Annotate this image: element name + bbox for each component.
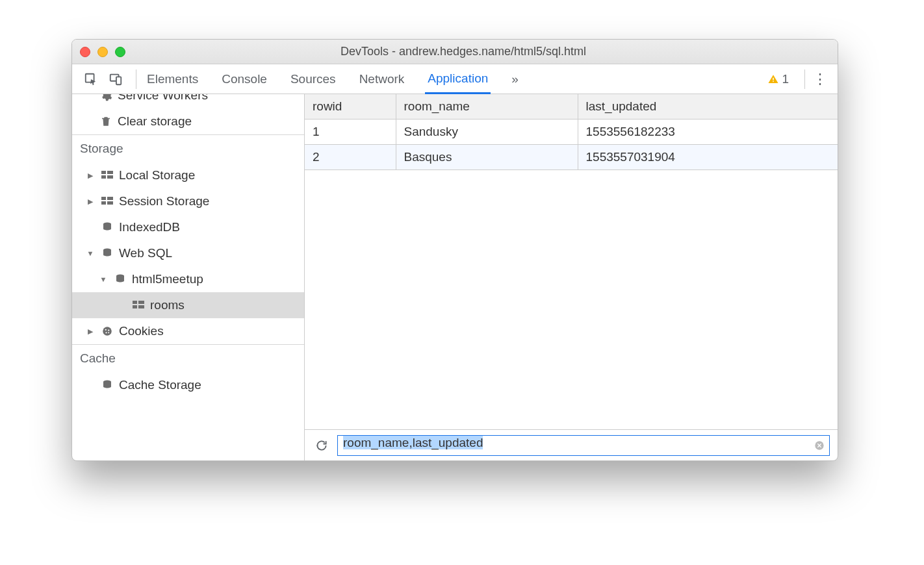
sidebar-item-label: Cookies <box>119 324 164 338</box>
table-header-room-name[interactable]: room_name <box>396 94 578 119</box>
sidebar-item-cache-storage[interactable]: Cache Storage <box>72 372 304 398</box>
grid-icon <box>99 171 115 180</box>
sidebar-item-label: Local Storage <box>119 168 195 182</box>
sidebar-item-label: Web SQL <box>119 246 172 260</box>
cell-last-updated: 1553557031904 <box>578 145 838 170</box>
expand-icon[interactable]: ▶ <box>85 171 96 180</box>
query-input[interactable]: room_name,last_updated <box>337 435 830 456</box>
cell-room-name: Basques <box>396 145 578 170</box>
devtools-window: DevTools - andrew.hedges.name/html5/sql.… <box>71 39 838 461</box>
sidebar-item-label: Service Workers <box>118 94 208 103</box>
sidebar-item-html5meetup-db[interactable]: ▼ html5meetup <box>72 266 304 292</box>
cookie-icon <box>99 325 115 337</box>
svg-point-22 <box>108 329 109 331</box>
collapse-icon[interactable]: ▼ <box>98 275 109 283</box>
sidebar-item-local-storage[interactable]: ▶ Local Storage <box>72 162 304 188</box>
sidebar-item-rooms-table[interactable]: rooms <box>72 292 304 318</box>
titlebar: DevTools - andrew.hedges.name/html5/sql.… <box>72 40 838 64</box>
svg-rect-19 <box>138 305 144 308</box>
svg-point-20 <box>103 327 112 336</box>
svg-rect-11 <box>101 201 106 205</box>
query-input-selection: room_name,last_updated <box>343 436 483 449</box>
tab-network[interactable]: Network <box>357 64 407 94</box>
tab-sources[interactable]: Sources <box>288 64 339 94</box>
svg-rect-18 <box>133 305 137 308</box>
window-title: DevTools - andrew.hedges.name/html5/sql.… <box>136 45 830 58</box>
svg-point-21 <box>105 329 107 331</box>
sidebar-item-label: Cache Storage <box>119 378 201 392</box>
cell-last-updated: 1553556182233 <box>578 119 838 145</box>
refresh-button[interactable] <box>313 436 331 455</box>
tab-application[interactable]: Application <box>425 65 491 94</box>
minimize-window-button[interactable] <box>97 47 108 57</box>
device-toolbar-icon[interactable] <box>109 72 123 86</box>
maximize-window-button[interactable] <box>115 47 125 57</box>
svg-rect-6 <box>107 171 113 174</box>
sidebar-item-label: Clear storage <box>118 114 192 129</box>
grid-icon <box>131 301 146 310</box>
query-bar: room_name,last_updated <box>305 429 838 460</box>
sidebar-item-indexeddb[interactable]: IndexedDB <box>72 214 304 240</box>
table-row[interactable]: 1 Sandusky 1553556182233 <box>305 119 838 145</box>
close-window-button[interactable] <box>80 47 90 57</box>
tab-elements[interactable]: Elements <box>144 64 201 94</box>
more-options-button[interactable]: ⋮ <box>813 71 831 88</box>
grid-icon <box>99 197 115 206</box>
sidebar-item-cookies[interactable]: ▶ Cookies <box>72 318 304 344</box>
warnings-indicator[interactable]: 1 <box>767 72 789 86</box>
svg-rect-10 <box>107 197 113 200</box>
devtools-body: Service Workers Clear storage Storage ▶ … <box>72 94 838 460</box>
tabs-overflow-button[interactable]: » <box>509 64 521 94</box>
table-header-rowid[interactable]: rowid <box>305 94 396 119</box>
svg-rect-12 <box>107 201 113 205</box>
svg-rect-16 <box>133 301 137 304</box>
data-table: rowid room_name last_updated 1 Sandusky … <box>305 94 838 170</box>
database-icon <box>99 221 115 233</box>
svg-rect-17 <box>138 301 144 304</box>
database-icon <box>112 273 128 285</box>
sidebar-section-cache: Cache Cache Storage <box>72 345 304 398</box>
application-sidebar: Service Workers Clear storage Storage ▶ … <box>72 94 305 460</box>
expand-icon[interactable]: ▶ <box>85 197 96 206</box>
collapse-icon[interactable]: ▼ <box>85 249 96 257</box>
database-icon <box>99 379 115 391</box>
warning-count-label: 1 <box>782 72 789 86</box>
sidebar-item-clear-storage[interactable]: Clear storage <box>72 108 304 134</box>
table-scroll-region[interactable]: rowid room_name last_updated 1 Sandusky … <box>305 94 838 429</box>
sidebar-item-label: rooms <box>150 298 185 312</box>
sidebar-item-session-storage[interactable]: ▶ Session Storage <box>72 188 304 214</box>
table-header-last-updated[interactable]: last_updated <box>578 94 838 119</box>
trash-icon <box>98 115 114 128</box>
devtools-toolbar: Elements Console Sources Network Applica… <box>72 64 838 94</box>
clear-input-button[interactable] <box>814 440 825 451</box>
query-input-wrapper: room_name,last_updated <box>337 435 830 456</box>
svg-rect-7 <box>101 175 106 179</box>
table-header-row: rowid room_name last_updated <box>305 94 838 119</box>
table-row[interactable]: 2 Basques 1553557031904 <box>305 145 838 170</box>
sidebar-item-service-workers[interactable]: Service Workers <box>72 94 304 108</box>
sidebar-section-header: Storage <box>72 135 304 162</box>
svg-rect-9 <box>101 197 106 200</box>
tab-console[interactable]: Console <box>219 64 270 94</box>
svg-rect-2 <box>116 77 121 84</box>
expand-icon[interactable]: ▶ <box>85 327 96 336</box>
sidebar-item-label: IndexedDB <box>119 220 180 234</box>
svg-rect-3 <box>773 77 775 80</box>
gear-icon <box>98 94 114 102</box>
svg-point-24 <box>108 332 109 333</box>
traffic-lights <box>80 47 125 57</box>
svg-rect-5 <box>101 171 106 174</box>
toolbar-divider-2 <box>804 69 805 89</box>
warning-icon <box>767 73 779 85</box>
devtools-tabs: Elements Console Sources Network Applica… <box>144 64 521 94</box>
inspect-element-icon[interactable] <box>84 72 98 86</box>
sidebar-item-label: html5meetup <box>132 272 203 286</box>
cell-room-name: Sandusky <box>396 119 578 145</box>
svg-point-23 <box>105 332 107 333</box>
svg-rect-4 <box>773 81 775 82</box>
main-panel: rowid room_name last_updated 1 Sandusky … <box>305 94 838 460</box>
database-icon <box>99 247 115 259</box>
sidebar-section-storage: Storage ▶ Local Storage ▶ Session Storag… <box>72 135 304 345</box>
sidebar-item-web-sql[interactable]: ▼ Web SQL <box>72 240 304 266</box>
cell-rowid: 1 <box>305 119 396 145</box>
